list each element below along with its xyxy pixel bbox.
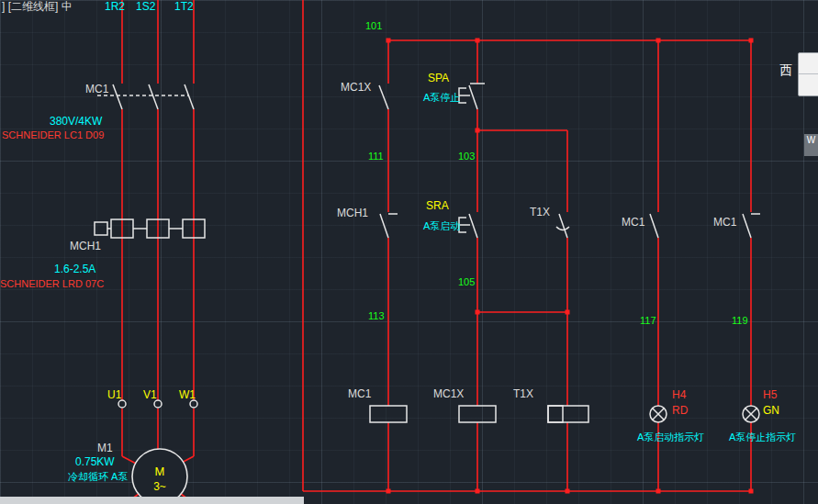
lamp-h4-desc: A泵启动指示灯	[637, 431, 704, 442]
lamp-h5-desc: A泵停止指示灯	[729, 431, 796, 442]
lamp-h4-code: RD	[672, 405, 688, 417]
motor-symbol: M 3~	[132, 449, 187, 504]
stop-button-spa-symbol	[459, 84, 485, 109]
wire-number-105: 105	[458, 276, 475, 287]
thermal-relay-mch1-label: MCH1	[70, 241, 101, 252]
wire-number-103: 103	[458, 151, 475, 162]
contact-mc1-aux2-symbol	[743, 214, 760, 238]
contact-mc1-aux2-label: MC1	[713, 217, 736, 229]
viewcube-divider	[799, 73, 818, 74]
motor-name-label: M1	[97, 442, 113, 454]
lamp-h5-name: H5	[763, 389, 777, 401]
wire-junction-dots	[387, 39, 754, 494]
wire-number-101: 101	[365, 20, 382, 31]
terminal-v1-label: V1	[143, 389, 157, 401]
phase-label-1r2: 1R2	[105, 1, 125, 13]
lamp-h5-symbol	[743, 406, 759, 422]
terminal-w1-label: W1	[179, 389, 196, 401]
thermal-rating-label: 1.6-2.5A	[54, 263, 95, 275]
contact-t1x-symbol	[556, 214, 569, 238]
button-spa-label: SPA	[428, 73, 449, 84]
wire-number-111: 111	[368, 151, 384, 162]
viewcube-partial[interactable]	[798, 52, 818, 96]
coil-mc1x-label: MC1X	[433, 388, 464, 400]
motor-phase-glyph: 3~	[153, 480, 166, 493]
coil-mc1x-symbol	[459, 406, 496, 422]
drawing-canvas[interactable]: M 3~	[0, 0, 818, 504]
wire-number-117: 117	[640, 315, 656, 326]
contact-mc1-aux1-symbol	[650, 214, 658, 238]
power-rating-label: 380V/4KW	[50, 116, 102, 128]
side-panel-label: W	[807, 135, 815, 145]
phase-label-1s2: 1S2	[136, 1, 155, 13]
button-sra-label: SRA	[426, 200, 449, 212]
lamp-h4-symbol	[650, 406, 667, 422]
motor-power-label: 0.75KW	[75, 456, 115, 468]
contactor-model-label: SCHNEIDER LC1 D09	[2, 129, 104, 140]
coil-mc1-label: MC1	[348, 388, 371, 400]
command-window-edge[interactable]	[0, 497, 304, 504]
phase-label-1t2: 1T2	[174, 1, 194, 13]
contact-mch1-label: MCH1	[337, 207, 368, 219]
coil-mc1-symbol	[370, 406, 407, 422]
contact-mc1x-label: MC1X	[341, 82, 371, 94]
contactor-mc1-symbol	[97, 84, 194, 109]
viewcube-compass-west-label[interactable]: 西	[779, 63, 792, 77]
wire-number-113: 113	[368, 310, 385, 321]
contactor-mc1-label: MC1	[85, 84, 108, 95]
contact-mc1x-symbol	[379, 85, 388, 109]
coil-t1x-label: T1X	[513, 388, 533, 400]
coil-t1x-timer-symbol	[548, 406, 588, 422]
motor-terminal-circles	[118, 400, 197, 408]
cad-application-window: 冷却循环 A泵	[0, 0, 818, 504]
terminal-u1-label: U1	[107, 389, 121, 401]
power-phase-wires	[122, 0, 195, 504]
viewport-control[interactable]: ] [二维线框] 中	[2, 1, 73, 13]
thermal-relay-mch1-symbol	[95, 219, 205, 238]
contact-mc1-aux1-label: MC1	[622, 217, 644, 229]
motor-m-glyph: M	[155, 465, 165, 478]
button-spa-desc: A泵停止	[423, 92, 460, 103]
lamp-h5-code: GN	[763, 405, 779, 417]
start-button-sra-symbol	[459, 214, 477, 238]
lamp-h4-name: H4	[672, 389, 686, 401]
contact-t1x-label: T1X	[530, 207, 550, 218]
thermal-model-label: SCHNEIDER LRD 07C	[0, 278, 104, 289]
contact-mch1-symbol	[380, 214, 398, 238]
button-sra-desc: A泵启动	[423, 220, 460, 231]
side-panel-partial[interactable]: W	[804, 134, 818, 156]
wire-number-119: 119	[732, 315, 748, 326]
